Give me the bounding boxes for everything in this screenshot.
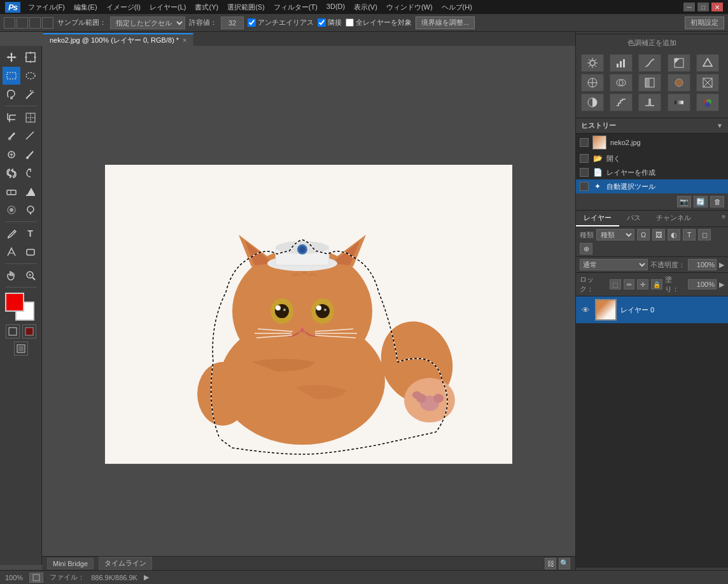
layer-item-0[interactable]: 👁 レイヤー 0 [576, 296, 728, 323]
history-item-0[interactable]: neko2.jpg [576, 134, 728, 151]
history-snapshot-btn[interactable]: 📷 [677, 196, 691, 207]
opacity-input[interactable] [688, 259, 717, 270]
pen-tool[interactable] [3, 225, 20, 242]
zoom-tool[interactable] [22, 267, 39, 284]
contiguous-checkbox[interactable] [318, 18, 326, 27]
screen-mode-btn[interactable] [14, 342, 28, 356]
menu-select[interactable]: 選択範囲(S) [223, 1, 269, 13]
lock-image-btn[interactable]: ✏ [624, 279, 635, 289]
history-checkbox-0[interactable] [580, 138, 589, 147]
all-layers-label[interactable]: 全レイヤーを対象 [346, 18, 412, 27]
menu-3d[interactable]: 3D(D) [323, 1, 349, 13]
contiguous-label[interactable]: 隣接 [318, 18, 342, 27]
adj-hsl-icon[interactable] [581, 74, 604, 92]
minimize-button[interactable]: ─ [683, 3, 695, 11]
marquee-rect-tool[interactable] [3, 67, 20, 85]
text-tool[interactable]: T [22, 225, 39, 242]
history-checkbox-2[interactable] [580, 168, 589, 177]
hand-tool[interactable] [3, 267, 20, 284]
layers-panel-menu-btn[interactable]: ≡ [719, 211, 728, 226]
kind-icon-pixel[interactable]: 🖼 [652, 229, 665, 240]
lock-position-btn[interactable]: ✛ [637, 279, 648, 289]
sample-select[interactable]: 指定したピクセル [110, 17, 185, 29]
kind-icon-adj[interactable]: ◐ [668, 229, 680, 240]
adj-brightness-icon[interactable] [581, 54, 604, 72]
menu-filter[interactable]: フィルター(T) [270, 1, 321, 13]
adj-bw-icon[interactable] [638, 74, 661, 92]
marquee-ellipse-tool[interactable] [22, 67, 39, 85]
crop-tool[interactable] [3, 109, 20, 127]
brush-tool[interactable] [22, 146, 39, 163]
mini-bridge-search-icon[interactable]: 🔍 [559, 558, 570, 569]
move-tool[interactable] [3, 48, 20, 66]
maximize-button[interactable]: □ [697, 3, 709, 11]
lasso-tool[interactable] [3, 85, 20, 103]
mini-bridge-link-icon[interactable]: ⛓ [545, 558, 556, 569]
adj-posterize-icon[interactable] [610, 94, 633, 111]
adj-colorbalance-icon[interactable] [610, 74, 633, 92]
menu-view[interactable]: 表示(V) [350, 1, 381, 13]
lock-all-btn[interactable]: 🔒 [651, 279, 662, 289]
ruler-tool[interactable] [22, 127, 39, 145]
healing-brush-tool[interactable] [3, 146, 20, 163]
preset-button[interactable]: 初期設定 [685, 17, 724, 29]
clone-stamp-tool[interactable] [3, 164, 20, 182]
tab-paths[interactable]: パス [619, 211, 648, 226]
adj-curves-icon[interactable] [638, 54, 661, 72]
kind-icon-smart[interactable]: ⊕ [580, 243, 592, 254]
history-delete-btn[interactable]: 🗑 [710, 196, 724, 207]
adj-threshold-icon[interactable] [638, 94, 661, 111]
menu-layer[interactable]: レイヤー(L) [146, 1, 190, 13]
eyedropper-tool[interactable] [3, 127, 20, 145]
all-layers-checkbox[interactable] [346, 18, 354, 27]
history-item-1[interactable]: 📂 開く [576, 151, 728, 165]
menu-window[interactable]: ウィンドウ(W) [382, 1, 437, 13]
tab-layers[interactable]: レイヤー [576, 211, 619, 226]
adj-gradient-map-icon[interactable] [668, 94, 690, 111]
lock-transparent-btn[interactable]: ⬚ [610, 279, 621, 289]
menu-help[interactable]: ヘルプ(H) [438, 1, 476, 13]
history-item-2[interactable]: 📄 レイヤーを作成 [576, 165, 728, 179]
layer-visibility-0[interactable]: 👁 [580, 304, 591, 316]
adj-vibrance-icon[interactable] [696, 54, 719, 72]
history-checkbox-1[interactable] [580, 154, 589, 163]
history-checkbox-3[interactable] [580, 182, 589, 191]
menu-edit[interactable]: 編集(E) [70, 1, 101, 13]
paint-arrow[interactable]: ▶ [719, 281, 724, 289]
adj-levels-icon[interactable] [610, 54, 633, 72]
tool-option-box1[interactable] [4, 17, 15, 29]
adj-channel-mixer-icon[interactable] [696, 74, 719, 92]
opacity-arrow[interactable]: ▶ [719, 261, 724, 269]
dodge-tool[interactable] [22, 201, 39, 219]
history-collapse-icon[interactable]: ▼ [717, 122, 723, 129]
eraser-tool[interactable] [3, 183, 20, 200]
history-new-doc-btn[interactable]: 🔄 [694, 196, 708, 207]
close-button[interactable]: ✕ [711, 3, 723, 11]
anti-alias-checkbox[interactable] [248, 18, 256, 27]
tool-option-box3[interactable] [29, 17, 41, 29]
tolerance-input[interactable] [221, 17, 244, 29]
kind-icon-vector[interactable]: ◻ [698, 229, 711, 240]
doc-tab-active[interactable]: neko2.jpg @ 100% (レイヤー 0, RGB/8) * × [43, 33, 193, 46]
anti-alias-label[interactable]: アンチエイリアス [248, 18, 314, 27]
menu-file[interactable]: ファイル(F) [24, 1, 69, 13]
refine-edge-button[interactable]: 境界線を調整... [416, 17, 475, 29]
status-arrow[interactable]: ▶ [144, 573, 149, 581]
history-item-3[interactable]: ✦ 自動選択ツール [576, 179, 728, 193]
timeline-button[interactable]: タイムライン [99, 557, 152, 570]
shape-tool[interactable] [22, 243, 39, 261]
kind-select[interactable]: 種類 [596, 229, 634, 240]
history-panel-header[interactable]: ヒストリー ▼ [576, 118, 728, 134]
kind-icon-all[interactable]: Ω [637, 229, 650, 240]
doc-tab-close[interactable]: × [183, 37, 186, 44]
slice-tool[interactable] [22, 109, 39, 127]
adj-photo-filter-icon[interactable] [668, 74, 690, 92]
artboard-tool[interactable] [22, 48, 39, 66]
magic-wand-tool[interactable] [22, 85, 39, 103]
tool-option-box4[interactable] [42, 17, 53, 29]
kind-icon-text[interactable]: T [683, 229, 696, 240]
quick-mask-btn[interactable] [22, 324, 36, 338]
history-brush-tool[interactable] [22, 164, 39, 182]
status-icon-btn[interactable] [29, 573, 43, 583]
mini-bridge-button[interactable]: Mini Bridge [47, 558, 94, 569]
